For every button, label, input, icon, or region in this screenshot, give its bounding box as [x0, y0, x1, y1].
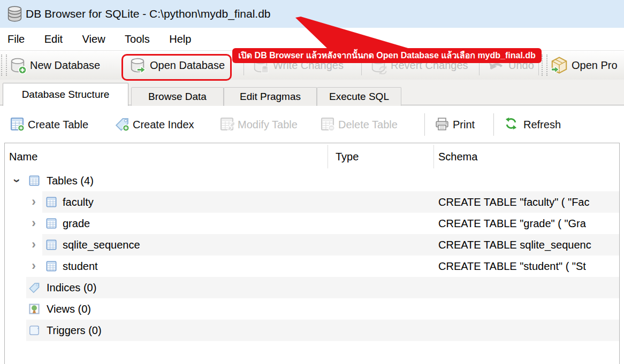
database-icon — [6, 4, 24, 23]
tree-row-student[interactable]: › student CREATE TABLE "student" ( "St — [5, 255, 619, 277]
triggers-icon — [28, 324, 40, 336]
row-stripe — [26, 277, 619, 298]
tree-row-triggers[interactable]: Triggers (0) — [5, 320, 619, 341]
column-divider[interactable] — [433, 145, 434, 168]
tab-strip: Database Structure Browse Data Edit Prag… — [0, 80, 624, 106]
structure-toolbar: Create Table Create Index Modify Table D… — [0, 110, 624, 139]
schema-cell: CREATE TABLE "faculty" ( "Fac — [438, 191, 589, 213]
schema-cell: CREATE TABLE sqlite_sequenc — [438, 234, 591, 255]
delete-table-icon — [320, 117, 335, 131]
menu-file[interactable]: File — [0, 28, 33, 50]
toolbar-separator — [424, 113, 425, 136]
schema-cell: CREATE TABLE "student" ( "St — [438, 255, 586, 277]
tree-row-sqlite-sequence[interactable]: › sqlite_sequence CREATE TABLE sqlite_se… — [5, 234, 619, 255]
column-divider[interactable] — [328, 145, 328, 168]
tree-row-tables[interactable]: › Tables (4) — [5, 170, 619, 191]
column-header-name[interactable]: Name — [9, 143, 37, 170]
annotation-highlight-box — [121, 54, 232, 81]
tree-header: Name Type Schema — [5, 143, 619, 170]
toolbar-grip[interactable] — [1, 55, 7, 76]
tree-row-indices[interactable]: Indices (0) — [5, 277, 619, 298]
create-index-icon — [115, 117, 130, 131]
chevron-right-icon[interactable]: › — [28, 191, 39, 213]
tab-execute-sql[interactable]: Execute SQL — [317, 87, 401, 106]
table-icon — [45, 260, 57, 272]
toolbar-grip[interactable] — [542, 55, 547, 76]
database-structure-pane: Create Table Create Index Modify Table D… — [0, 106, 624, 364]
menu-view[interactable]: View — [74, 28, 114, 50]
title-bar: DB Browser for SQLite - C:\python\mydb_f… — [0, 0, 624, 28]
schema-tree: Name Type Schema › Tables (4) › faculty … — [4, 143, 620, 364]
window-title: DB Browser for SQLite - C:\python\mydb_f… — [26, 0, 271, 28]
table-icon — [45, 196, 57, 208]
tree-row-grade[interactable]: › grade CREATE TABLE "grade" ( "Gra — [5, 213, 619, 234]
tab-edit-pragmas[interactable]: Edit Pragmas — [224, 87, 317, 106]
table-icon — [28, 175, 40, 187]
column-header-type[interactable]: Type — [336, 143, 359, 170]
menu-edit[interactable]: Edit — [36, 28, 71, 50]
open-project-icon — [550, 56, 568, 74]
toolbar-separator — [493, 113, 494, 136]
menu-tools[interactable]: Tools — [116, 28, 158, 50]
tree-row-views[interactable]: Views (0) — [5, 298, 619, 320]
views-icon — [28, 303, 40, 315]
menu-bar: File Edit View Tools Help — [0, 28, 624, 50]
column-header-schema[interactable]: Schema — [438, 143, 477, 170]
menu-help[interactable]: Help — [161, 28, 200, 50]
indices-tag-icon — [28, 282, 40, 293]
row-stripe — [26, 320, 619, 341]
new-database-icon — [9, 56, 27, 74]
modify-table-icon — [219, 117, 234, 131]
chevron-right-icon[interactable]: › — [28, 213, 39, 234]
chevron-down-icon[interactable]: › — [6, 175, 27, 186]
create-table-icon — [10, 117, 25, 131]
table-icon — [45, 239, 57, 251]
tab-database-structure[interactable]: Database Structure — [3, 83, 128, 106]
schema-cell: CREATE TABLE "grade" ( "Gra — [438, 213, 586, 234]
tab-browse-data[interactable]: Browse Data — [131, 87, 224, 106]
chevron-right-icon[interactable]: › — [28, 255, 39, 277]
chevron-right-icon[interactable]: › — [28, 234, 39, 255]
table-icon — [45, 218, 57, 229]
print-icon — [435, 117, 450, 131]
tree-row-faculty[interactable]: › faculty CREATE TABLE "faculty" ( "Fac — [5, 191, 619, 213]
refresh-icon — [504, 117, 518, 130]
annotation-callout: เปิด DB Browser แล้วหลังจากนั้นกด Open D… — [232, 48, 542, 63]
